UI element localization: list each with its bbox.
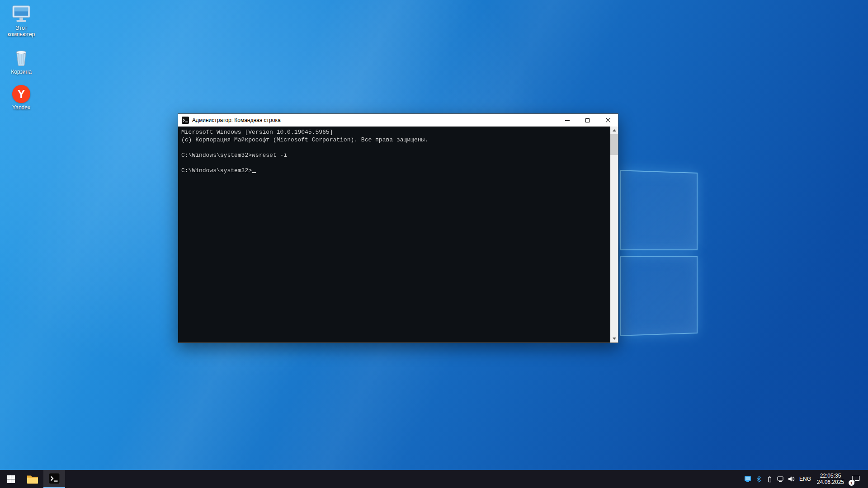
console-line	[181, 159, 607, 167]
recycle-bin-icon	[11, 47, 31, 67]
blue-monitor-icon	[744, 475, 751, 483]
desktop-icon-label: Корзина	[11, 69, 32, 75]
scroll-up-icon	[613, 129, 616, 131]
cmd-title-icon	[182, 117, 189, 124]
window-controls	[557, 114, 618, 127]
taskbar: ENG 22:05:35 24.06.2025 1	[0, 470, 868, 488]
desktop-background: Этот компьютер Корзина Y Yandex Ад	[0, 0, 868, 488]
notification-badge: 1	[849, 480, 854, 486]
minimize-icon	[565, 120, 570, 121]
network-icon	[777, 475, 784, 483]
desktop-icon-recycle-bin[interactable]: Корзина	[3, 47, 40, 75]
clock-time: 22:05:35	[820, 473, 841, 479]
desktop-icon-label: Этот компьютер	[3, 25, 40, 38]
console-prompt-line: C:\Windows\system32>	[181, 167, 607, 174]
yandex-browser-icon: Y	[12, 85, 30, 103]
desktop-icon-label: Yandex	[12, 104, 30, 111]
taskbar-clock[interactable]: 22:05:35 24.06.2025	[814, 470, 847, 488]
system-tray: ENG 22:05:35 24.06.2025 1	[742, 470, 868, 488]
taskbar-item-cmd[interactable]	[43, 470, 65, 488]
cmd-taskbar-icon	[49, 473, 60, 484]
tray-bluetooth-button[interactable]	[753, 470, 764, 488]
start-button[interactable]	[0, 470, 22, 488]
bluetooth-icon	[755, 476, 762, 483]
maximize-button[interactable]	[577, 114, 598, 127]
wallpaper-logo-pane	[620, 256, 698, 336]
minimize-button[interactable]	[557, 114, 577, 127]
cmd-window: Администратор: Командная строка Microsof…	[178, 113, 618, 343]
cmd-titlebar[interactable]: Администратор: Командная строка	[178, 114, 618, 127]
action-center-button[interactable]: 1	[847, 470, 864, 488]
console-line: C:\Windows\system32>wsreset -i	[181, 151, 607, 159]
desktop-icon-this-pc[interactable]: Этот компьютер	[3, 5, 40, 38]
windows-logo-icon	[7, 475, 15, 483]
language-indicator[interactable]: ENG	[797, 470, 814, 488]
desktop-icon-yandex[interactable]: Y Yandex	[3, 85, 40, 111]
taskbar-item-explorer[interactable]	[22, 470, 43, 488]
tray-volume-button[interactable]	[786, 470, 797, 488]
scroll-up-button[interactable]	[610, 127, 618, 134]
desktop-icon-list: Этот компьютер Корзина Y Yandex	[3, 5, 40, 111]
file-explorer-icon	[27, 474, 38, 484]
scroll-down-icon	[613, 338, 616, 340]
yandex-letter: Y	[18, 88, 25, 101]
tray-network-button[interactable]	[775, 470, 786, 488]
speaker-icon	[788, 475, 795, 483]
close-button[interactable]	[598, 114, 618, 127]
close-icon	[606, 118, 610, 122]
console-line: Microsoft Windows [Version 10.0.19045.59…	[181, 128, 607, 136]
battery-device-icon	[766, 476, 773, 483]
tray-device-button[interactable]	[764, 470, 775, 488]
scroll-down-button[interactable]	[610, 335, 618, 343]
maximize-icon	[585, 118, 590, 122]
console-scrollbar[interactable]	[610, 127, 618, 343]
console-output[interactable]: Microsoft Windows [Version 10.0.19045.59…	[178, 127, 618, 343]
wallpaper-logo-pane	[620, 170, 698, 250]
tray-display-app-button[interactable]	[742, 470, 753, 488]
console-cursor	[252, 167, 256, 173]
console-line	[181, 144, 607, 151]
this-pc-icon	[11, 5, 32, 23]
scrollbar-thumb[interactable]	[610, 134, 618, 155]
cmd-window-title: Администратор: Командная строка	[192, 117, 557, 123]
clock-date: 24.06.2025	[817, 479, 844, 485]
console-line: (c) Корпорация Майкрософт (Microsoft Cor…	[181, 136, 607, 144]
